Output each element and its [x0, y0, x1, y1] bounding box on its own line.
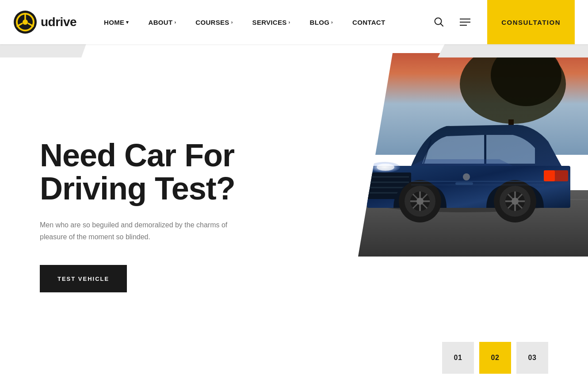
nav-item-blog[interactable]: BLOG ›	[300, 0, 343, 44]
main-content: Need Car For Driving Test? Men who are s…	[0, 44, 588, 387]
hero-right: 01 02 03	[279, 44, 588, 387]
svg-point-2	[23, 19, 28, 25]
nav-item-courses[interactable]: COURSES ›	[186, 0, 242, 44]
svg-point-46	[463, 173, 470, 180]
car-image-container	[358, 53, 588, 257]
nav-item-about[interactable]: ABOUT ›	[139, 0, 186, 44]
chevron-right-icon: ›	[174, 19, 176, 25]
main-nav: HOME ▾ ABOUT › COURSES › SERVICES › BLOG…	[94, 0, 431, 44]
hamburger-menu-button[interactable]	[456, 15, 474, 29]
hero-description: Men who are so beguiled and demoralized …	[40, 219, 234, 243]
hero-left: Need Car For Driving Test? Men who are s…	[40, 139, 279, 293]
svg-point-42	[512, 198, 519, 205]
nav-item-home[interactable]: HOME ▾	[94, 0, 139, 44]
svg-rect-45	[455, 182, 473, 185]
header-right: CONSULTATION	[431, 0, 575, 44]
slide-button-3[interactable]: 03	[516, 342, 548, 374]
hero-title: Need Car For Driving Test?	[40, 139, 261, 206]
svg-point-34	[416, 198, 424, 205]
slide-button-2[interactable]: 02	[479, 342, 511, 374]
nav-item-services[interactable]: SERVICES ›	[243, 0, 300, 44]
chevron-right-icon: ›	[289, 19, 290, 25]
hero-car-image	[358, 53, 588, 257]
hamburger-line	[460, 22, 470, 23]
chevron-down-icon: ▾	[126, 19, 129, 25]
hamburger-line	[460, 25, 467, 26]
svg-rect-26	[544, 170, 555, 181]
test-vehicle-button[interactable]: TEST VEHICLE	[40, 265, 127, 292]
chevron-right-icon: ›	[331, 19, 333, 25]
site-header: udrive HOME ▾ ABOUT › COURSES › SERVICES…	[0, 0, 588, 44]
hamburger-line	[460, 19, 470, 19]
slider-pagination: 01 02 03	[442, 342, 548, 374]
chevron-right-icon: ›	[231, 19, 233, 25]
site-logo[interactable]: udrive	[13, 10, 76, 34]
search-icon	[434, 17, 444, 27]
consultation-button[interactable]: CONSULTATION	[487, 0, 575, 44]
svg-line-7	[441, 24, 443, 27]
svg-point-24	[377, 164, 394, 171]
slide-button-1[interactable]: 01	[442, 342, 474, 374]
search-button[interactable]	[431, 14, 447, 31]
nav-item-contact[interactable]: CONTACT	[343, 0, 395, 44]
steering-wheel-icon	[13, 10, 37, 34]
logo-text: udrive	[41, 15, 76, 29]
